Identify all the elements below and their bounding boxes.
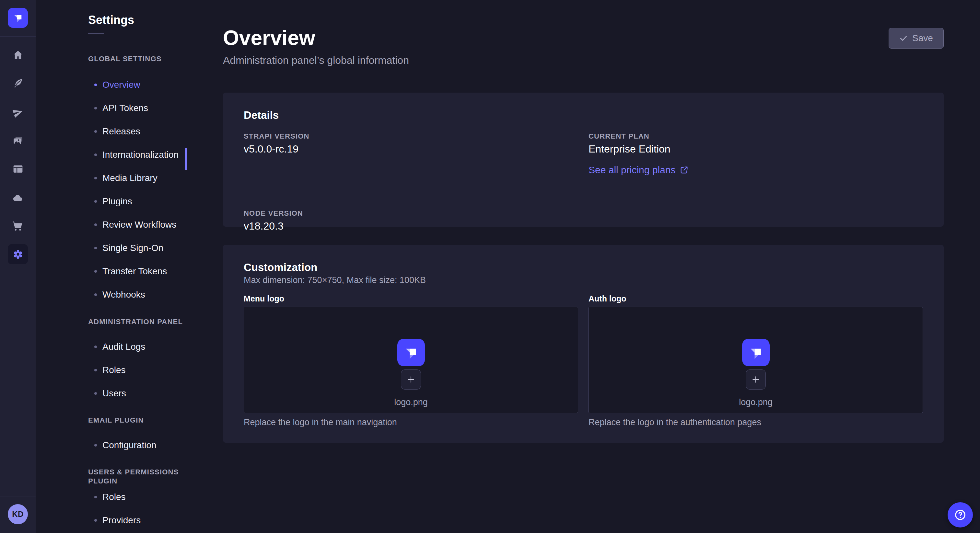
- sidebar-item-internationalization[interactable]: Internationalization: [36, 143, 187, 167]
- strapi-version-value: v5.0.0-rc.19: [244, 143, 578, 155]
- nav-content-manager-button[interactable]: [8, 73, 28, 93]
- bullet-icon: [94, 107, 97, 109]
- menu-logo-label: Menu logo: [244, 294, 578, 303]
- sidebar-item-admin-roles[interactable]: Roles: [36, 359, 187, 382]
- auth-logo-add-button[interactable]: [746, 370, 766, 390]
- bullet-icon: [94, 154, 97, 156]
- sidebar-item-up-roles[interactable]: Roles: [36, 485, 187, 509]
- bullet-icon: [94, 444, 97, 447]
- sidebar-item-audit-logs[interactable]: Audit Logs: [36, 335, 187, 359]
- save-button[interactable]: Save: [889, 28, 944, 49]
- bullet-icon: [94, 293, 97, 296]
- settings-subnav: Settings GLOBAL SETTINGS Overview API To…: [36, 0, 187, 533]
- cloud-icon: [12, 192, 24, 204]
- nav-marketplace-button[interactable]: [8, 216, 28, 236]
- menu-logo-preview: [397, 339, 425, 366]
- main-content: Overview Administration panel’s global i…: [188, 0, 980, 533]
- node-version-field: NODE VERSION v18.20.3: [244, 209, 578, 233]
- nav-settings-button[interactable]: [8, 244, 28, 264]
- sidebar-item-email-configuration[interactable]: Configuration: [36, 434, 187, 457]
- nav-home-button[interactable]: [8, 45, 28, 65]
- subnav-title: Settings: [88, 13, 187, 27]
- bullet-icon: [94, 130, 97, 133]
- external-link-icon: [679, 165, 689, 174]
- avatar-initials: KD: [12, 510, 24, 519]
- auth-logo-filename: logo.png: [739, 397, 773, 408]
- question-icon: [953, 508, 967, 522]
- auth-logo-label: Auth logo: [589, 294, 923, 303]
- nav-content-type-builder-button[interactable]: [8, 159, 28, 179]
- sidebar-item-overview[interactable]: Overview: [36, 73, 187, 97]
- auth-logo-dropzone[interactable]: logo.png: [589, 307, 923, 413]
- nav-deploy-button[interactable]: [8, 187, 28, 208]
- media-library-icon: [12, 135, 24, 147]
- sidebar-item-up-providers[interactable]: Providers: [36, 509, 187, 532]
- details-card: Details STRAPI VERSION v5.0.0-rc.19 CURR…: [223, 93, 944, 227]
- bullet-icon: [94, 84, 97, 86]
- customization-card: Customization Max dimension: 750×750, Ma…: [223, 245, 944, 443]
- bullet-icon: [94, 200, 97, 203]
- pricing-plans-link-label: See all pricing plans: [589, 165, 676, 176]
- menu-logo-add-button[interactable]: [401, 370, 421, 390]
- sidebar-item-webhooks[interactable]: Webhooks: [36, 283, 187, 306]
- bullet-icon: [94, 270, 97, 273]
- subnav-title-divider: [88, 33, 104, 34]
- sidebar-item-plugins[interactable]: Plugins: [36, 190, 187, 213]
- strapi-version-field: STRAPI VERSION v5.0.0-rc.19: [244, 132, 578, 176]
- sidebar-item-transfer-tokens[interactable]: Transfer Tokens: [36, 260, 187, 283]
- check-icon: [899, 34, 908, 43]
- node-version-value: v18.20.3: [244, 219, 578, 233]
- bullet-icon: [94, 346, 97, 348]
- strapi-logo-icon: [402, 344, 420, 362]
- strapi-logo-icon: [747, 344, 765, 362]
- current-plan-field: CURRENT PLAN Enterprise Edition See all …: [589, 132, 923, 176]
- menu-logo-caption: Replace the logo in the main navigation: [244, 417, 578, 427]
- rail-divider: [0, 36, 36, 36]
- bullet-icon: [94, 177, 97, 179]
- current-plan-label: CURRENT PLAN: [589, 132, 923, 141]
- menu-logo-filename: logo.png: [394, 397, 428, 408]
- sidebar-item-review-workflows[interactable]: Review Workflows: [36, 213, 187, 236]
- current-plan-value: Enterprise Edition: [589, 143, 923, 155]
- bullet-icon: [94, 369, 97, 371]
- home-icon: [12, 49, 24, 61]
- node-version-label: NODE VERSION: [244, 209, 578, 217]
- strapi-admin-app: KD Settings GLOBAL SETTINGS Overview API…: [0, 0, 980, 533]
- sidebar-item-single-sign-on[interactable]: Single Sign-On: [36, 236, 187, 260]
- section-administration-panel: ADMINISTRATION PANEL: [88, 317, 187, 327]
- user-avatar[interactable]: KD: [8, 504, 28, 524]
- sidebar-item-admin-users[interactable]: Users: [36, 382, 187, 405]
- page-title: Overview: [223, 26, 315, 50]
- layout-icon: [12, 163, 24, 175]
- bullet-icon: [94, 519, 97, 522]
- section-users-permissions-plugin: USERS & PERMISSIONS PLUGIN: [88, 468, 187, 477]
- strapi-version-label: STRAPI VERSION: [244, 132, 578, 141]
- bullet-icon: [94, 496, 97, 498]
- help-button[interactable]: [948, 502, 973, 528]
- feather-icon: [12, 78, 24, 89]
- section-global-settings: GLOBAL SETTINGS: [88, 54, 187, 63]
- sidebar-item-api-tokens[interactable]: API Tokens: [36, 97, 187, 120]
- bullet-icon: [94, 392, 97, 395]
- cart-icon: [12, 220, 24, 232]
- customization-card-title: Customization: [244, 262, 923, 273]
- paper-plane-icon: [12, 106, 24, 119]
- plus-icon: [751, 375, 760, 384]
- menu-logo-dropzone[interactable]: logo.png: [244, 307, 578, 413]
- nav-media-library-button[interactable]: [8, 130, 28, 151]
- sidebar-item-media-library[interactable]: Media Library: [36, 167, 187, 190]
- auth-logo-caption: Replace the logo in the authentication p…: [589, 417, 923, 427]
- strapi-logo-icon: [11, 11, 24, 24]
- bullet-icon: [94, 224, 97, 226]
- nav-releases-button[interactable]: [8, 102, 28, 122]
- strapi-logo-button[interactable]: [8, 8, 28, 28]
- page-subtitle: Administration panel’s global informatio…: [223, 54, 409, 67]
- sidebar-item-releases[interactable]: Releases: [36, 120, 187, 143]
- main-nav-rail: KD: [0, 0, 36, 533]
- save-button-label: Save: [912, 33, 933, 43]
- bullet-icon: [94, 247, 97, 249]
- section-email-plugin: EMAIL PLUGIN: [88, 416, 187, 425]
- pricing-plans-link[interactable]: See all pricing plans: [589, 165, 689, 176]
- details-card-title: Details: [244, 109, 923, 121]
- gear-icon: [12, 248, 24, 260]
